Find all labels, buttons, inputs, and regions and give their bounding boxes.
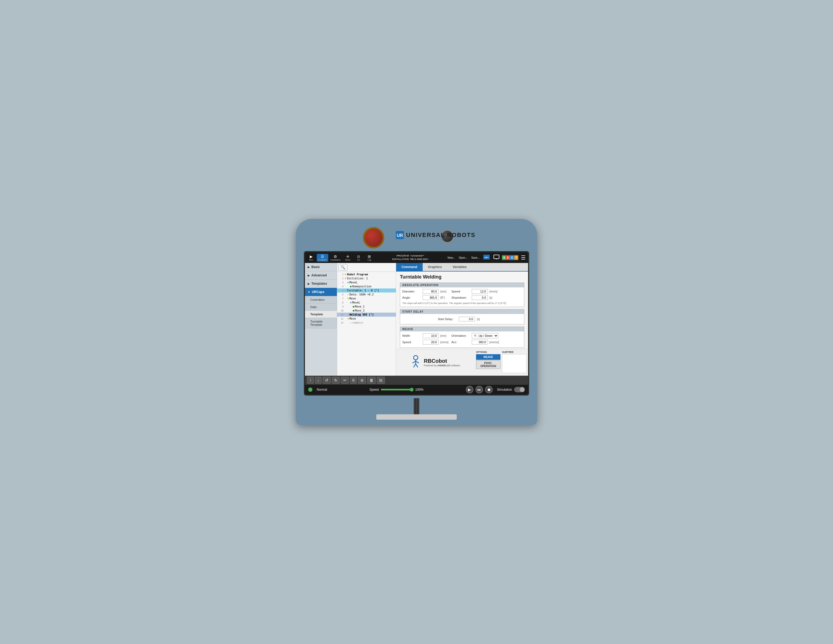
- tree-content-8: ⊕ MoveL: [350, 301, 360, 304]
- tree-row-13[interactable]: 13 — <empty>: [337, 320, 396, 325]
- tree-row-7[interactable]: 7 ▼ Move: [337, 296, 396, 301]
- templates-arrow-icon: ▶: [308, 282, 310, 285]
- tree-row-3[interactable]: 3 ⊕ MoveL: [337, 280, 396, 285]
- speed-bar[interactable]: [381, 389, 413, 390]
- toolbar-cut-button[interactable]: ✂: [341, 377, 349, 384]
- slopedown-input[interactable]: [472, 295, 488, 300]
- acc-input[interactable]: [472, 340, 488, 345]
- screen-button[interactable]: [492, 254, 501, 261]
- menu-button[interactable]: ☰: [519, 254, 527, 261]
- stop-button[interactable]: ⏹: [485, 386, 493, 393]
- speed-section: Speed 100%: [331, 388, 462, 391]
- sidebar-item-basic[interactable]: ▶ Basic: [305, 263, 337, 271]
- start-delay-body: Start Delay: [s]: [400, 314, 524, 324]
- tree-row-6[interactable]: 6 — Data: 160A +0.2: [337, 293, 396, 296]
- tree-row-1[interactable]: 1 ▼ Robot Program: [337, 272, 396, 276]
- status-7: 7: [515, 256, 518, 260]
- tab-variables[interactable]: Variables: [447, 263, 472, 271]
- nav-move[interactable]: ✛ Move: [343, 254, 353, 262]
- tree-row-12[interactable]: 12 ▼ Move: [337, 317, 396, 320]
- tree-text-3: MoveL: [349, 281, 357, 284]
- sidebar-sub-turntable-template[interactable]: Turntable Template: [305, 318, 337, 328]
- line-num-12: 12: [338, 317, 344, 320]
- ur-brand-text: UNIVERSAL ROBOTS: [406, 232, 476, 238]
- tree-content-11: — Welding 365 [°]: [347, 313, 373, 316]
- program-name: <unnamed>*: [410, 254, 424, 257]
- toolbar-up-button[interactable]: ↑: [307, 377, 314, 384]
- weavespeed-label: Speed:: [402, 341, 421, 344]
- save-button[interactable]: Save...: [470, 256, 481, 260]
- nav-log[interactable]: ⊞ Log: [364, 254, 375, 262]
- sidebar-sub-template[interactable]: Template: [305, 311, 337, 318]
- toolbar-collapse-button[interactable]: ⊟: [377, 377, 385, 384]
- ur-logo-icon: UR: [396, 231, 404, 239]
- sidebar-item-urcaps[interactable]: ▼ URCaps: [305, 288, 337, 296]
- save-label: Save...: [471, 256, 479, 259]
- width-input[interactable]: [423, 333, 439, 338]
- tree-icon-5: ▼: [345, 289, 346, 292]
- start-delay-row: Start Delay: [s]: [402, 316, 522, 322]
- speed-knob[interactable]: [410, 388, 413, 391]
- sidebar-item-templates[interactable]: ▶ Templates: [305, 280, 337, 288]
- search-button[interactable]: 🔍: [338, 264, 347, 270]
- tab-command[interactable]: Command: [396, 263, 423, 271]
- rbcobot-area: RBCobot Powered by UNIWELCO software: [396, 349, 474, 376]
- sidebar-item-advanced[interactable]: ▶ Advanced: [305, 271, 337, 280]
- speed-label: Speed:: [451, 290, 470, 293]
- sidebar-sub-data[interactable]: Data: [305, 303, 337, 311]
- tree-row-4[interactable]: 4 ● Homeposition: [337, 285, 396, 288]
- nav-program-label: Program: [318, 259, 326, 261]
- ur-caps-button[interactable]: UR+: [482, 254, 491, 261]
- simulation-toggle[interactable]: [514, 387, 525, 392]
- toolbar-suppress-button[interactable]: ⊘: [358, 377, 366, 384]
- toolbar-down-button[interactable]: ↓: [315, 377, 322, 384]
- start-delay-input[interactable]: [459, 317, 475, 322]
- weavespeed-input[interactable]: [423, 340, 439, 345]
- acc-label: Acc:: [451, 341, 470, 344]
- toolbar-delete-button[interactable]: 🗑: [367, 377, 376, 384]
- tree-row-11[interactable]: 11 — Welding 365 [°]: [337, 312, 396, 317]
- tab-graphics[interactable]: Graphics: [423, 263, 447, 271]
- toolbar-redo-button[interactable]: ↻: [332, 377, 340, 384]
- absolute-operation-header: ABSOLUTE-OPERATION: [400, 283, 524, 287]
- play-button[interactable]: ▶: [466, 386, 473, 393]
- sidebar-sub-controlbox[interactable]: Controlbox: [305, 296, 337, 303]
- tree-text-5: Turntable: 1 - 0 [°]: [347, 289, 379, 292]
- weave-body: Width: [mm] Orientation: Y - Up / Down: [400, 332, 524, 348]
- emergency-stop-button[interactable]: [363, 227, 384, 248]
- svg-line-11: [416, 364, 418, 367]
- nav-run[interactable]: ▶ Run: [306, 254, 316, 262]
- speed-input[interactable]: [472, 289, 488, 294]
- angle-input[interactable]: [423, 295, 439, 300]
- weave-option-button[interactable]: WEAVE: [476, 354, 500, 360]
- line-num-4: 4: [338, 285, 344, 288]
- nav-program[interactable]: ☰ Program: [317, 254, 328, 262]
- open-button[interactable]: Open...: [458, 256, 469, 260]
- main-content: ▶ Basic ▶ Advanced ▶ Templates ▼ URCaps: [305, 263, 528, 376]
- diameter-input[interactable]: [423, 289, 439, 294]
- installation-label: INSTALLATION: [392, 258, 409, 261]
- stand-base: [376, 414, 457, 420]
- options-area: OPTIONS WEAVE POST-OPERATION SUBTREE: [474, 349, 528, 376]
- new-button[interactable]: New...: [446, 256, 457, 260]
- orientation-select[interactable]: Y - Up / Down: [472, 333, 498, 338]
- post-operation-option-button[interactable]: POST-OPERATION: [476, 361, 500, 369]
- toolbar-copy-button[interactable]: ⎘: [350, 377, 357, 384]
- tree-row-8[interactable]: 8 ⊕ MoveL: [337, 301, 396, 304]
- weavespeed-unit: [mm/s]: [441, 341, 450, 344]
- sidebar-basic-label: Basic: [311, 265, 320, 269]
- line-num-8: 8: [338, 301, 344, 304]
- skip-button[interactable]: ⏭: [476, 386, 483, 393]
- speed-pct: 100%: [415, 388, 423, 391]
- top-bar-right: New... Open... Save... UR+: [446, 254, 527, 261]
- nav-installation[interactable]: ⚙ Installation: [329, 254, 342, 262]
- toolbar-undo-button[interactable]: ↺: [323, 377, 331, 384]
- tree-row-10[interactable]: 10 ● Move_2: [337, 309, 396, 312]
- nav-io[interactable]: ⊙ I/O: [354, 254, 363, 262]
- line-num-5: 5: [338, 289, 344, 292]
- tree-row-9[interactable]: 9 ● Move_1: [337, 304, 396, 309]
- advanced-arrow-icon: ▶: [308, 274, 310, 277]
- move-icon: ✛: [346, 254, 349, 259]
- tree-row-5[interactable]: 5 ▼ Turntable: 1 - 0 [°]: [337, 288, 396, 293]
- tree-row-2[interactable]: 2 ▼ Initialize: 1: [337, 276, 396, 280]
